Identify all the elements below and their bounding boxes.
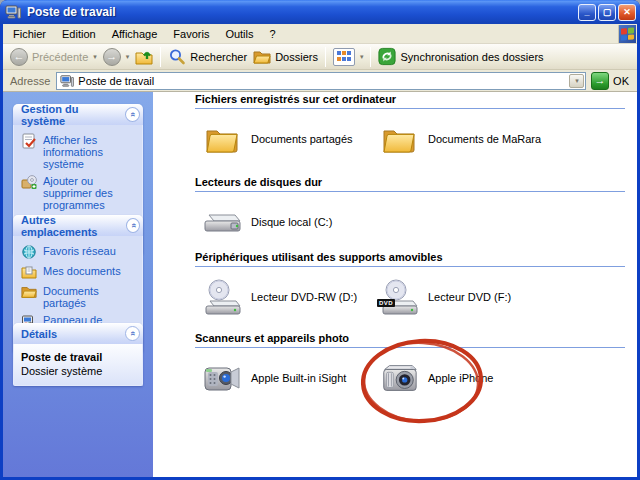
collapse-chevron-icon[interactable]: « bbox=[125, 107, 140, 122]
menu-bar: Fichier Edition Affichage Favoris Outils… bbox=[3, 24, 637, 44]
item-lecteur-dvd-f[interactable]: DVD Lecteur DVD (F:) bbox=[379, 278, 556, 316]
sidebar-item-system-info[interactable]: Afficher les informations système bbox=[21, 134, 138, 170]
menu-favoris[interactable]: Favoris bbox=[165, 26, 217, 42]
address-combo[interactable]: Poste de travail ▾ bbox=[56, 72, 586, 90]
folder-view: Fichiers enregistrés sur cet ordinateur … bbox=[153, 92, 637, 477]
folder-icon bbox=[202, 120, 242, 158]
folders-icon bbox=[253, 48, 271, 66]
network-places-icon bbox=[21, 244, 37, 260]
up-button[interactable] bbox=[132, 46, 156, 68]
dvd-badge: DVD bbox=[377, 299, 395, 307]
menu-outils[interactable]: Outils bbox=[217, 26, 261, 42]
details-title: Poste de travail bbox=[21, 351, 138, 363]
menu-fichier[interactable]: Fichier bbox=[5, 26, 54, 42]
menu-edition[interactable]: Edition bbox=[54, 26, 104, 42]
video-camera-icon bbox=[202, 359, 242, 397]
item-documents-de-marara[interactable]: Documents de MaRara bbox=[379, 120, 556, 158]
back-caret-icon: ▾ bbox=[93, 53, 97, 61]
window-title: Poste de travail bbox=[27, 5, 576, 19]
section-scanners-cameras: Scanneurs et appareils photo Apple Built… bbox=[195, 332, 625, 397]
up-folder-icon bbox=[135, 48, 153, 66]
dvd-drive-icon bbox=[202, 278, 242, 316]
folders-button[interactable]: Dossiers bbox=[250, 46, 321, 68]
minimize-button[interactable]: _ bbox=[578, 4, 596, 21]
camera-icon bbox=[379, 359, 419, 397]
go-button[interactable]: → OK bbox=[586, 72, 634, 90]
go-label: OK bbox=[613, 75, 629, 87]
title-bar[interactable]: Poste de travail _ ▢ ✕ bbox=[0, 0, 640, 24]
my-documents-icon bbox=[21, 264, 37, 280]
section-hard-drives: Lecteurs de disques dur Disque local (C:… bbox=[195, 176, 625, 241]
address-label: Adresse bbox=[10, 75, 50, 87]
sidebar-item-my-documents[interactable]: Mes documents bbox=[21, 265, 138, 280]
my-computer-icon bbox=[4, 3, 22, 21]
collapse-chevron-icon[interactable]: « bbox=[125, 326, 140, 341]
dvd-drive-icon: DVD bbox=[379, 278, 419, 316]
sidebar-item-add-remove-programs[interactable]: Ajouter ou supprimer des programmes bbox=[21, 175, 138, 211]
section-header: Scanneurs et appareils photo bbox=[195, 332, 625, 348]
back-icon: ← bbox=[10, 48, 28, 66]
go-arrow-icon: → bbox=[591, 72, 609, 90]
item-apple-isight[interactable]: Apple Built-in iSight bbox=[202, 359, 379, 397]
item-apple-iphone[interactable]: Apple iPhone bbox=[379, 359, 556, 397]
windows-logo-icon bbox=[618, 25, 636, 43]
address-value: Poste de travail bbox=[78, 75, 565, 87]
forward-button[interactable]: → ▾ bbox=[100, 46, 133, 68]
details-subtitle: Dossier système bbox=[21, 365, 138, 377]
panel-header-other-places[interactable]: Autres emplacements « bbox=[13, 215, 143, 236]
views-caret-icon: ▾ bbox=[360, 53, 364, 61]
section-removable-storage: Périphériques utilisant des supports amo… bbox=[195, 251, 625, 316]
sidebar-item-network-places[interactable]: Favoris réseau bbox=[21, 245, 138, 260]
views-icon bbox=[333, 48, 355, 66]
back-button[interactable]: ← Précédente ▾ bbox=[7, 46, 100, 68]
add-remove-programs-icon bbox=[21, 174, 37, 190]
search-icon bbox=[168, 48, 186, 66]
toolbar-separator bbox=[370, 47, 371, 67]
item-lecteur-dvd-rw-d[interactable]: Lecteur DVD-RW (D:) bbox=[202, 278, 379, 316]
my-computer-icon bbox=[60, 74, 74, 88]
address-bar: Adresse Poste de travail ▾ → OK bbox=[3, 70, 637, 92]
menu-help[interactable]: ? bbox=[262, 26, 284, 42]
views-button[interactable]: ▾ bbox=[330, 46, 367, 68]
collapse-chevron-icon[interactable]: « bbox=[126, 218, 140, 233]
item-disque-local-c[interactable]: Disque local (C:) bbox=[202, 203, 379, 241]
address-dropdown-button[interactable]: ▾ bbox=[569, 74, 584, 88]
panel-header-details[interactable]: Détails « bbox=[13, 323, 143, 344]
main-area: Gestion du système « Afficher les inform… bbox=[3, 92, 637, 477]
task-pane: Gestion du système « Afficher les inform… bbox=[3, 92, 153, 477]
toolbar: ← Précédente ▾ → ▾ Rechercher Dossiers ▾… bbox=[3, 44, 637, 70]
toolbar-separator bbox=[160, 47, 161, 67]
explorer-window: Poste de travail _ ▢ ✕ Fichier Edition A… bbox=[0, 0, 640, 480]
shared-documents-icon bbox=[21, 284, 37, 300]
sidebar-item-shared-documents[interactable]: Documents partagés bbox=[21, 285, 138, 309]
sync-folders-button[interactable]: Synchronisation des dossiers bbox=[375, 46, 546, 68]
panel-details: Détails « Poste de travail Dossier systè… bbox=[13, 323, 143, 386]
forward-icon: → bbox=[103, 48, 121, 66]
folder-icon bbox=[379, 120, 419, 158]
search-button[interactable]: Rechercher bbox=[165, 46, 250, 68]
section-header: Périphériques utilisant des supports amo… bbox=[195, 251, 625, 267]
forward-caret-icon: ▾ bbox=[126, 53, 130, 61]
close-button[interactable]: ✕ bbox=[618, 4, 636, 21]
maximize-button[interactable]: ▢ bbox=[598, 4, 616, 21]
toolbar-separator bbox=[325, 47, 326, 67]
menu-affichage[interactable]: Affichage bbox=[104, 26, 166, 42]
sync-icon bbox=[378, 48, 396, 66]
section-files-on-computer: Fichiers enregistrés sur cet ordinateur … bbox=[195, 93, 625, 158]
item-documents-partages[interactable]: Documents partagés bbox=[202, 120, 379, 158]
panel-header-system-tasks[interactable]: Gestion du système « bbox=[13, 104, 143, 125]
section-header: Fichiers enregistrés sur cet ordinateur bbox=[195, 93, 625, 109]
section-header: Lecteurs de disques dur bbox=[195, 176, 625, 192]
system-info-icon bbox=[21, 133, 37, 149]
hard-drive-icon bbox=[202, 203, 242, 241]
